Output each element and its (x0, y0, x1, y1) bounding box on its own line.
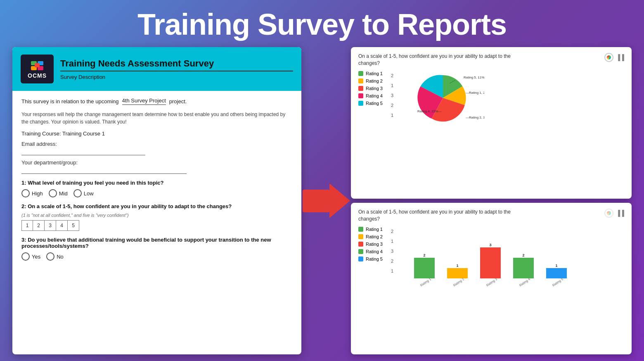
pie-chart-area: Rating 1 Rating 2 Rating 3 Rating 4 (358, 71, 624, 126)
pie-chart-svg: Rating 5, 11% —Rating 1, 22% Rating 4, 2… (402, 71, 624, 126)
q3-yes-label: Yes (32, 254, 40, 260)
svg-text:Rating 1: Rating 1 (419, 277, 432, 287)
report-1-header: On a scale of 1-5, how confident are you… (358, 53, 624, 67)
email-underline (21, 149, 145, 155)
bar-legend-dot-2 (358, 234, 363, 239)
training-label: Training Course: (21, 131, 61, 137)
ocms-logo-icon (29, 59, 45, 71)
q1-radio-group: High Mid Low (21, 189, 292, 197)
svg-text:3: 3 (490, 243, 492, 247)
q3-label: 3: Do you believe that additional traini… (21, 237, 292, 249)
legend-dot-4 (358, 93, 363, 98)
q1-mid[interactable]: Mid (49, 189, 68, 197)
legend-rating3: Rating 3 (358, 86, 383, 91)
q1-mid-label: Mid (59, 190, 68, 197)
q1-low-radio[interactable] (73, 189, 82, 197)
svg-text:2: 2 (424, 253, 426, 257)
report-card-1: On a scale of 1-5, how confident are you… (351, 47, 632, 199)
q1-label: 1: What level of training you feel you n… (21, 180, 292, 186)
project-name: 4th Survey Project (122, 97, 166, 105)
pie-chart-icon[interactable] (604, 53, 613, 62)
q1-high-label: High (32, 190, 43, 197)
arrow-container (310, 47, 343, 354)
pie-legend: Rating 1 Rating 2 Rating 3 Rating 4 (358, 71, 383, 126)
page-title: Training Survey to Reports (0, 0, 644, 47)
legend-rating2: Rating 2 (358, 78, 383, 83)
bar-chart-icon[interactable]: ▐▐ (616, 54, 624, 61)
survey-title-area: Training Needs Assessment Survey Survey … (60, 58, 293, 80)
intro-suffix: project. (169, 98, 187, 104)
legend-dot-1 (358, 71, 363, 76)
dept-underline (21, 167, 187, 174)
svg-text:—Rating 2, 11%: —Rating 2, 11% (466, 116, 484, 119)
survey-desc-text: Your responses will help the change mana… (21, 111, 292, 126)
pie-numbers: 2 1 3 2 1 (391, 71, 393, 126)
svg-rect-11 (414, 258, 435, 278)
report-1-icons: ▐▐ (604, 53, 624, 62)
survey-body: This survey is in relation to the upcomi… (12, 91, 301, 273)
training-value: Training Course 1 (62, 131, 105, 137)
svg-text:Rating 4: Rating 4 (519, 277, 531, 287)
q3-radio-group: Yes No (21, 252, 292, 261)
svg-rect-19 (546, 268, 567, 278)
bar-chart: 2 1 3 2 1 Rating 1 (402, 227, 579, 291)
q3-no[interactable]: No (46, 252, 64, 261)
svg-text:Rating 3: Rating 3 (485, 277, 498, 287)
report-2-question: On a scale of 1-5, how confident are you… (358, 209, 518, 223)
bar-chart-icon-2[interactable]: ▐▐ (616, 210, 624, 216)
q1-high-radio[interactable] (21, 189, 30, 197)
scale-2[interactable]: 2 (33, 220, 45, 231)
survey-form-title: Training Needs Assessment Survey (60, 58, 293, 71)
svg-rect-5 (35, 63, 40, 67)
question-2-section: 2: On a scale of 1-5, how confident are … (21, 203, 292, 231)
report-2-header: On a scale of 1-5, how confident are you… (358, 209, 624, 223)
dept-section: Your department/group: (21, 159, 292, 174)
question-3-section: 3: Do you believe that additional traini… (21, 237, 292, 261)
scale-boxes[interactable]: 1 2 3 4 5 (21, 220, 292, 231)
legend-dot-3 (358, 86, 363, 91)
bar-numbers: 2 1 3 2 1 (391, 227, 393, 305)
scale-3[interactable]: 3 (45, 220, 56, 231)
bar-legend-dot-5 (358, 256, 363, 261)
email-label: Email address: (21, 141, 292, 147)
scale-1[interactable]: 1 (21, 220, 33, 231)
legend-rating4: Rating 4 (358, 93, 383, 98)
question-1-section: 1: What level of training you feel you n… (21, 180, 292, 197)
svg-rect-13 (447, 268, 468, 278)
q1-mid-radio[interactable] (49, 189, 57, 197)
q1-low-label: Low (84, 190, 94, 197)
bar-legend-rating2: Rating 2 (358, 234, 383, 239)
bar-legend-dot-4 (358, 249, 363, 254)
q1-low[interactable]: Low (73, 189, 94, 197)
q3-no-radio[interactable] (46, 252, 54, 261)
svg-text:Rating 2: Rating 2 (452, 277, 465, 287)
survey-form-description: Survey Description (60, 74, 293, 80)
svg-rect-17 (513, 258, 534, 278)
q1-high[interactable]: High (21, 189, 43, 197)
q3-yes-radio[interactable] (21, 252, 30, 261)
svg-text:Rating 5: Rating 5 (552, 277, 564, 287)
scale-4[interactable]: 4 (56, 220, 68, 231)
bar-legend-dot-1 (358, 227, 363, 232)
intro-prefix: This survey is in relation to the upcomi… (21, 98, 119, 104)
training-course-line: Training Course: Training Course 1 (21, 131, 292, 137)
arrow-body (303, 190, 329, 212)
legend-rating1: Rating 1 (358, 71, 383, 76)
report-2-icons: ▐▐ (604, 209, 624, 218)
svg-text:1: 1 (556, 264, 558, 268)
bar-legend: Rating 1 Rating 2 Rating 3 Rating 4 (358, 227, 383, 305)
reports-panel: On a scale of 1-5, how confident are you… (351, 47, 632, 354)
email-section: Email address: (21, 141, 292, 155)
ocms-logo: OCMS (21, 55, 54, 83)
survey-header: OCMS Training Needs Assessment Survey Su… (12, 47, 301, 91)
bars-wrapper: 2 1 3 2 1 Rating 1 (402, 227, 624, 305)
ocms-text: OCMS (28, 72, 47, 79)
survey-panel: OCMS Training Needs Assessment Survey Su… (12, 47, 301, 354)
pie-chart-icon-2[interactable] (604, 209, 613, 218)
q3-yes[interactable]: Yes (21, 252, 40, 261)
bar-legend-rating3: Rating 3 (358, 242, 383, 247)
svg-rect-15 (480, 247, 501, 278)
bar-legend-rating5: Rating 5 (358, 256, 383, 261)
svg-text:Rating 5, 11%: Rating 5, 11% (464, 76, 484, 79)
scale-5[interactable]: 5 (68, 220, 79, 231)
